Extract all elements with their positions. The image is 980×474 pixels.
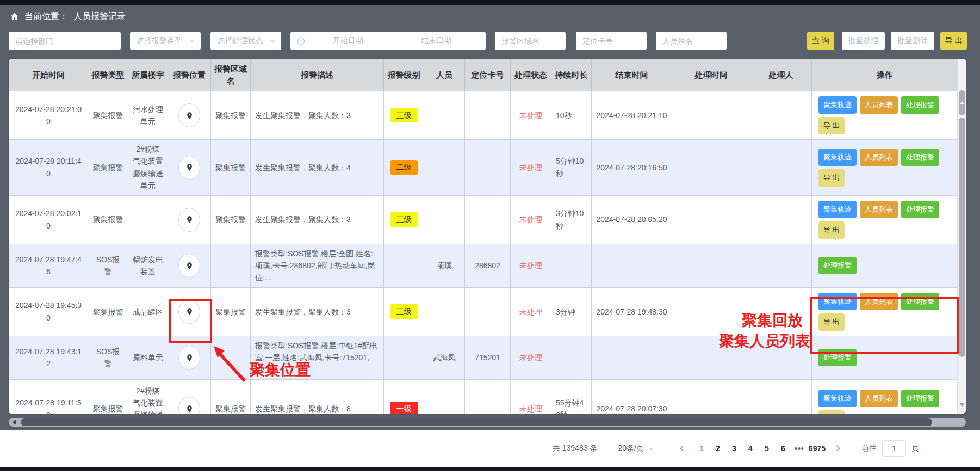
cell-card-number: 286802	[465, 244, 511, 287]
window-bottom-strip	[0, 467, 980, 471]
export-button[interactable]: 导 出	[940, 32, 967, 50]
card-number-input[interactable]	[576, 32, 647, 50]
cell-handle-time	[672, 287, 750, 336]
alarm-table-card: 开始时间报警类型所属楼宇报警位置报警区域名报警描述报警级别人员定位卡号处理状态持…	[9, 59, 966, 414]
cell-building: 污水处理单元	[128, 91, 168, 140]
action-track-button[interactable]: 聚集轨迹	[818, 96, 857, 114]
cell-card-number	[465, 287, 511, 336]
location-pin-icon[interactable]	[178, 208, 200, 232]
start-date-placeholder[interactable]: 开始日期	[305, 36, 391, 46]
pagination-ellipsis: •••	[791, 444, 808, 453]
alarm-type-select[interactable]: 选择报警类型	[130, 32, 201, 50]
alarm-table-body: 2024-07-28 20:21:00聚集报警污水处理单元聚集报警发生聚集报警，…	[9, 91, 958, 414]
cell-building	[128, 195, 168, 244]
batch-process-button[interactable]: 批量处理	[842, 32, 885, 50]
status-unprocessed: 未处理	[519, 404, 542, 413]
cell-actions: 处理报警	[812, 336, 958, 379]
department-input[interactable]	[9, 32, 121, 50]
page-number-5[interactable]: 5	[759, 444, 775, 453]
window-top-strip	[0, 0, 980, 5]
person-name-input[interactable]	[656, 32, 727, 50]
area-name-input[interactable]	[495, 32, 566, 50]
action-export-button[interactable]: 导 出	[818, 169, 845, 187]
department-field[interactable]	[9, 32, 121, 50]
status-unprocessed: 未处理	[519, 215, 542, 224]
location-pin-icon[interactable]	[178, 156, 200, 180]
location-pin-icon[interactable]	[178, 254, 200, 278]
alarm-type-placeholder: 选择报警类型	[137, 36, 182, 46]
page-number-4[interactable]: 4	[742, 444, 759, 453]
cell-duration: 5分钟10秒	[551, 140, 592, 196]
end-date-placeholder[interactable]: 结束日期	[393, 36, 479, 46]
person-name-field[interactable]	[656, 32, 727, 50]
cell-actions: 聚集轨迹人员列表处理报警导 出	[812, 195, 958, 244]
action-track-button[interactable]: 聚集轨迹	[818, 293, 857, 310]
action-export-button[interactable]: 导 出	[818, 410, 845, 414]
cell-building: 2#粉煤气化装置磨煤输送单元	[128, 140, 168, 196]
action-handle-button[interactable]: 处理报警	[901, 390, 939, 407]
scroll-left-icon[interactable]	[12, 420, 16, 425]
action-list-button[interactable]: 人员列表	[860, 293, 898, 310]
action-track-button[interactable]: 聚集轨迹	[818, 149, 857, 166]
batch-delete-button[interactable]: 批量删除	[891, 32, 934, 50]
action-handle-button[interactable]: 处理报警	[818, 257, 857, 274]
card-number-field[interactable]	[576, 32, 647, 50]
search-button[interactable]: 查 询	[807, 32, 834, 50]
table-vertical-scrollbar[interactable]	[957, 59, 966, 414]
column-header: 报警类型	[88, 59, 128, 91]
table-row: 2024-07-28 20:21:00聚集报警污水处理单元聚集报警发生聚集报警，…	[9, 91, 958, 140]
cell-end-time	[592, 244, 672, 287]
page-number-2[interactable]: 2	[710, 444, 726, 453]
cell-area-name	[211, 336, 251, 379]
handle-status-select[interactable]: 选择处理状态	[210, 32, 281, 50]
action-list-button[interactable]: 人员列表	[860, 390, 898, 407]
cell-alarm-type: 聚集报警	[88, 379, 128, 414]
action-handle-button[interactable]: 处理报警	[901, 149, 939, 166]
scroll-up-icon[interactable]	[959, 90, 965, 115]
action-list-button[interactable]: 人员列表	[860, 96, 898, 114]
goto-page-input[interactable]	[882, 440, 906, 457]
cell-person: 项璞	[424, 244, 465, 287]
last-page-button[interactable]: 6975	[808, 444, 827, 453]
horizontal-scrollbar-thumb[interactable]	[21, 418, 932, 426]
column-header: 定位卡号	[465, 59, 511, 91]
cell-description: 发生聚集报警，聚集人数：3	[251, 287, 384, 336]
vertical-scrollbar-thumb[interactable]	[959, 118, 965, 357]
location-pin-icon[interactable]	[178, 346, 200, 370]
page-number-1[interactable]: 1	[693, 444, 710, 453]
location-pin-icon[interactable]	[178, 300, 200, 324]
horizontal-scrollbar[interactable]	[9, 418, 966, 427]
next-page-icon[interactable]	[834, 445, 842, 452]
cell-description: 发生聚集报警，聚集人数：8	[251, 379, 384, 414]
action-handle-button[interactable]: 处理报警	[818, 349, 857, 366]
page-number-3[interactable]: 3	[726, 444, 742, 453]
location-pin-icon[interactable]	[178, 397, 200, 414]
location-pin-icon[interactable]	[178, 103, 200, 127]
area-name-field[interactable]	[495, 32, 566, 50]
cell-duration: 10秒	[551, 91, 592, 140]
action-export-button[interactable]: 导 出	[818, 221, 845, 239]
cell-person	[424, 140, 465, 196]
action-export-button[interactable]: 导 出	[818, 313, 845, 331]
cell-start-time: 2024-07-28 19:45:30	[9, 287, 88, 336]
page-size-select[interactable]: 20条/页	[618, 444, 654, 453]
action-list-button[interactable]: 人员列表	[860, 149, 898, 166]
handle-status-placeholder: 选择处理状态	[217, 36, 263, 46]
action-export-button[interactable]: 导 出	[818, 117, 845, 134]
action-track-button[interactable]: 聚集轨迹	[818, 390, 857, 407]
prev-page-icon[interactable]	[678, 445, 686, 452]
page-number-6[interactable]: 6	[775, 444, 791, 453]
action-track-button[interactable]: 聚集轨迹	[818, 201, 857, 218]
cell-building: 2#粉煤气化装置磨煤输送单元	[128, 379, 168, 414]
date-range-picker[interactable]: 开始日期 - 结束日期	[290, 32, 486, 50]
cell-building: 原料单元	[128, 336, 168, 379]
action-handle-button[interactable]: 处理报警	[901, 201, 939, 218]
column-header: 报警级别	[384, 59, 424, 91]
action-handle-button[interactable]: 处理报警	[901, 96, 939, 114]
cell-alarm-position	[168, 244, 211, 287]
action-handle-button[interactable]: 处理报警	[901, 293, 939, 310]
cell-handle-status: 未处理	[511, 336, 551, 379]
action-list-button[interactable]: 人员列表	[860, 201, 898, 218]
cell-area-name: 聚集报警	[211, 195, 251, 244]
scroll-down-icon[interactable]	[959, 403, 965, 407]
